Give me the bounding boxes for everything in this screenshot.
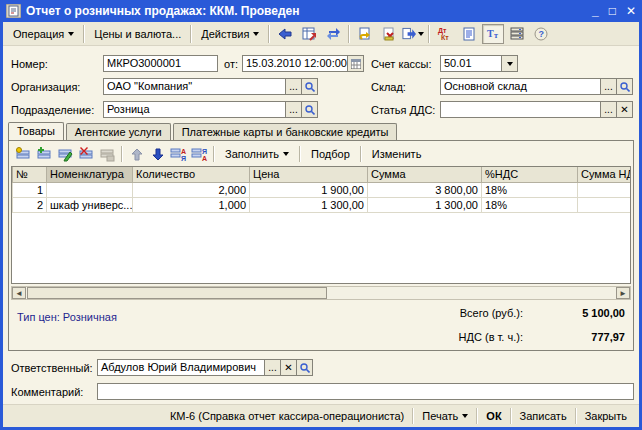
selected-cell[interactable]: шкаф интерьер <box>47 182 133 197</box>
organization-label: Организация: <box>11 81 80 93</box>
tab-tovary[interactable]: Товары <box>8 122 64 141</box>
clear-x-icon[interactable]: ✕ <box>281 359 297 376</box>
delete-row-icon[interactable] <box>76 145 97 164</box>
ellipsis-button[interactable]: ... <box>601 78 617 95</box>
help-icon[interactable]: ? <box>530 24 552 44</box>
svg-text:А: А <box>181 148 186 155</box>
close-button[interactable]: Закрыть <box>577 407 635 425</box>
scrollbar-thumb[interactable] <box>27 287 327 299</box>
toolbar-separator <box>299 146 301 162</box>
document-report-icon[interactable] <box>458 24 480 44</box>
dds-label: Статья ДДС: <box>371 104 435 116</box>
total-value: 5 100,00 <box>530 307 625 319</box>
save-icon[interactable] <box>354 24 376 44</box>
items-table: № Номенклатура Количество Цена Сумма %НД… <box>11 166 631 284</box>
toolbar-separator <box>83 25 85 43</box>
col-price[interactable]: Цена <box>250 167 368 182</box>
edit-row-icon[interactable] <box>55 145 76 164</box>
dt-kt-icon[interactable]: ДтКт <box>434 24 456 44</box>
chevron-down-icon[interactable] <box>502 55 518 72</box>
toolbar-separator <box>190 25 192 43</box>
km6-report-button[interactable]: КМ-6 (Справка отчет кассира-операционист… <box>162 407 412 425</box>
operation-menu-button[interactable]: Операция <box>7 26 80 42</box>
insert-row-icon[interactable] <box>34 145 55 164</box>
ellipsis-button[interactable]: ... <box>286 101 302 118</box>
warehouse-label: Склад: <box>371 81 406 93</box>
ellipsis-button[interactable]: ... <box>286 78 302 95</box>
calendar-icon[interactable] <box>348 55 364 72</box>
ok-button[interactable]: ОК <box>478 407 509 425</box>
toolbar-separator <box>213 146 215 162</box>
save-button[interactable]: Записать <box>512 407 575 425</box>
svg-text:Кт: Кт <box>441 34 449 41</box>
magnifier-icon[interactable] <box>297 359 313 376</box>
clear-x-icon[interactable]: ✕ <box>617 101 633 118</box>
bottom-button-bar: КМ-6 (Справка отчет кассира-операционист… <box>3 404 639 427</box>
maximize-icon[interactable]: □ <box>609 4 616 18</box>
responsible-label: Ответственный: <box>11 362 93 374</box>
division-input[interactable]: Розница <box>103 101 286 118</box>
col-vat-percent[interactable]: %НДС <box>482 167 578 182</box>
move-up-icon[interactable] <box>126 145 147 164</box>
division-label: Подразделение: <box>11 104 94 116</box>
magnifier-icon[interactable] <box>302 101 318 118</box>
ellipsis-button[interactable]: ... <box>601 101 617 118</box>
col-quantity[interactable]: Количество <box>133 167 250 182</box>
back-icon[interactable] <box>274 24 296 44</box>
svg-text:Я: Я <box>202 148 207 155</box>
print-menu-button[interactable]: Печать <box>414 407 476 425</box>
sort-az-icon[interactable]: АЯ <box>168 145 189 164</box>
col-number[interactable]: № <box>13 167 47 182</box>
move-down-icon[interactable] <box>147 145 168 164</box>
responsible-input[interactable]: Абдулов Юрий Владимирович <box>97 359 265 376</box>
toolbar-separator <box>268 25 270 43</box>
dds-input[interactable] <box>440 101 601 118</box>
table-row[interactable]: 1 шкаф интерьер 2,000 1 900,00 3 800,00 … <box>13 182 632 197</box>
table-header-row: № Номенклатура Количество Цена Сумма %НД… <box>13 167 632 182</box>
scroll-left-icon[interactable]: ◄ <box>12 287 26 299</box>
edit-button[interactable]: Изменить <box>365 146 429 162</box>
sort-za-icon[interactable]: ЯА <box>189 145 210 164</box>
col-sum[interactable]: Сумма <box>368 167 482 182</box>
table-row[interactable]: 2 шкаф универс... 1,000 1 300,00 1 300,0… <box>13 197 632 212</box>
magnifier-icon[interactable] <box>617 78 633 95</box>
close-icon[interactable]: ✕ <box>626 4 636 18</box>
chevron-down-icon <box>462 414 468 418</box>
add-row-icon[interactable] <box>13 145 34 164</box>
horizontal-scrollbar[interactable]: ◄ ► <box>11 286 631 300</box>
ellipsis-button[interactable]: ... <box>265 359 281 376</box>
organization-input[interactable]: ОАО "Компания" <box>103 78 286 95</box>
minimize-icon[interactable]: _ <box>592 4 599 18</box>
reread-icon[interactable] <box>298 24 320 44</box>
scroll-right-icon[interactable]: ► <box>616 287 630 299</box>
actions-menu-button[interactable]: Действия <box>195 26 265 42</box>
cancel-post-icon[interactable] <box>378 24 400 44</box>
magnifier-icon[interactable] <box>302 78 318 95</box>
cash-account-combo[interactable]: 50.01 <box>440 55 502 72</box>
warehouse-input[interactable]: Основной склад <box>440 78 601 95</box>
tab-platezhnye-karty[interactable]: Платежные карты и банковские кредиты <box>173 123 398 140</box>
chevron-down-icon <box>68 32 74 36</box>
number-input[interactable]: МКРО3000001 <box>103 55 218 72</box>
date-prefix-label: от: <box>224 58 238 70</box>
end-edit-icon[interactable] <box>97 145 118 164</box>
pick-button[interactable]: Подбор <box>304 146 357 162</box>
structure-icon[interactable] <box>506 24 528 44</box>
swap-arrows-icon[interactable] <box>322 24 344 44</box>
col-nomenclature[interactable]: Номенклатура <box>47 167 133 182</box>
vat-total-value: 777,97 <box>530 331 625 343</box>
number-label: Номер: <box>11 58 48 70</box>
comment-label: Комментарий: <box>11 386 83 398</box>
comment-input[interactable] <box>97 383 634 400</box>
fill-menu-button[interactable]: Заполнить <box>218 146 296 162</box>
post-icon[interactable] <box>402 24 424 44</box>
text-tt-icon[interactable]: Tт <box>482 24 504 44</box>
date-input[interactable]: 15.03.2010 12:00:00 <box>242 55 348 72</box>
chevron-down-icon <box>418 32 424 36</box>
prices-currency-button[interactable]: Цены и валюта... <box>88 26 187 42</box>
title-bar: Отчет о розничных продажах: ККМ. Проведе… <box>0 0 642 22</box>
price-type-label[interactable]: Тип цен: Розничная <box>17 311 117 323</box>
tab-agentskie-uslugi[interactable]: Агентские услуги <box>66 123 171 140</box>
tab-panel-tovary: АЯ ЯА Заполнить Подбор Изменить <box>8 140 634 351</box>
col-vat-sum[interactable]: Сумма НДС <box>578 167 632 182</box>
